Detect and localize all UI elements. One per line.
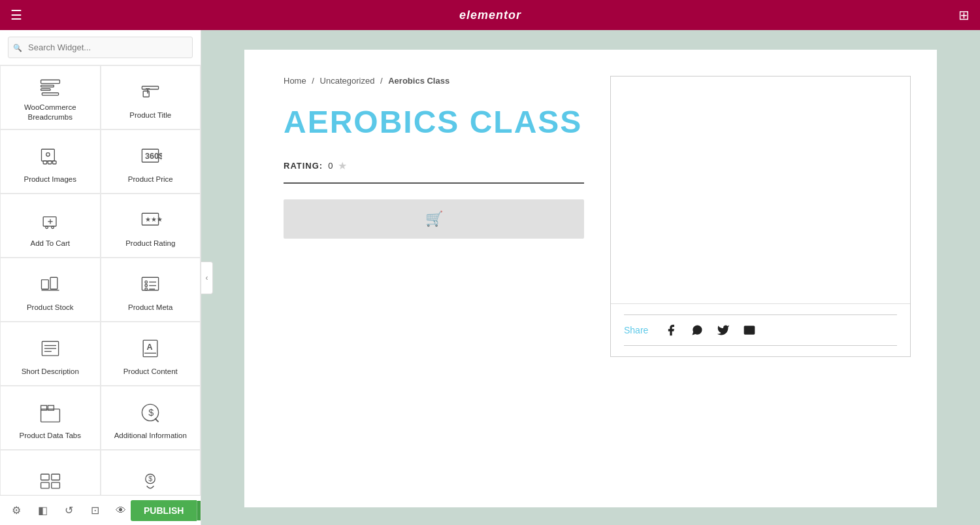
svg-text:★★★: ★★★ xyxy=(145,215,162,222)
svg-rect-2 xyxy=(41,89,50,91)
grid-icon[interactable]: ⊞ xyxy=(958,7,970,23)
breadcrumb-category: Uncategorized xyxy=(320,76,375,86)
layers-icon[interactable]: ◧ xyxy=(33,501,52,520)
widget-item-product-rating[interactable]: ★★★ Product Rating xyxy=(101,194,201,258)
svg-point-26 xyxy=(145,284,148,287)
add-to-cart-icon xyxy=(36,206,65,235)
history-icon[interactable]: ↺ xyxy=(59,501,78,520)
widget-item-14[interactable]: $ xyxy=(101,450,201,495)
settings-icon[interactable]: ⚙ xyxy=(7,501,26,520)
share-section: Share xyxy=(611,304,910,356)
page-canvas: Home / Uncategorized / Aerobics Class AE… xyxy=(244,50,937,507)
responsive-icon[interactable]: ⊡ xyxy=(85,501,105,520)
share-label: Share xyxy=(624,325,648,335)
product-title-icon: T xyxy=(136,78,165,107)
svg-text:$: $ xyxy=(149,475,153,483)
svg-rect-3 xyxy=(42,93,58,95)
svg-rect-40 xyxy=(48,405,54,410)
rating-label: RATING: xyxy=(284,161,323,171)
svg-point-11 xyxy=(46,152,49,156)
svg-rect-21 xyxy=(41,279,48,288)
widget-label-product-stock: Product Stock xyxy=(27,303,74,313)
hamburger-icon[interactable]: ☰ xyxy=(10,7,22,23)
widget-label-additional-information: Additional Information xyxy=(114,431,187,441)
svg-rect-38 xyxy=(41,409,59,422)
product-rating-icon: ★★★ xyxy=(136,206,165,235)
widget-item-product-data-tabs[interactable]: Product Data Tabs xyxy=(0,386,101,450)
widget-item-additional-information[interactable]: $ Additional Information xyxy=(101,386,201,450)
widget-label-product-content: Product Content xyxy=(123,367,178,377)
breadcrumb-current: Aerobics Class xyxy=(388,76,449,86)
breadcrumb: Home / Uncategorized / Aerobics Class xyxy=(284,76,584,86)
breadcrumb-sep-2: / xyxy=(380,76,385,86)
product-title-heading: AEROBICS CLASS xyxy=(284,105,584,140)
share-row: Share xyxy=(624,323,897,337)
widget-item-13[interactable] xyxy=(0,450,101,495)
svg-point-15 xyxy=(46,226,48,229)
rating-value: 0 xyxy=(328,161,333,171)
svg-rect-7 xyxy=(41,149,54,161)
product-stock-icon xyxy=(36,270,65,299)
additional-information-icon: $ xyxy=(136,398,165,427)
product-image-area xyxy=(611,76,910,304)
widget-item-woocommerce-breadcrumbs[interactable]: WooCommerce Breadcrumbs xyxy=(0,65,101,129)
widget-grid: WooCommerce Breadcrumbs T Product Title xyxy=(0,65,201,495)
svg-rect-9 xyxy=(48,161,51,164)
search-input[interactable] xyxy=(8,37,193,58)
share-bottom-divider xyxy=(624,345,897,346)
svg-point-25 xyxy=(145,280,148,283)
svg-point-27 xyxy=(145,288,148,290)
widget-label-product-rating: Product Rating xyxy=(125,239,175,248)
product-content-icon: A xyxy=(136,334,165,363)
breadcrumb-home: Home xyxy=(284,76,306,86)
svg-rect-22 xyxy=(50,277,57,289)
svg-text:360$: 360$ xyxy=(145,151,162,160)
svg-rect-1 xyxy=(41,85,54,87)
widget-label-product-price: Product Price xyxy=(128,175,173,184)
widget-label-add-to-cart: Add To Cart xyxy=(30,239,70,248)
product-images-icon xyxy=(36,142,65,171)
widget-item-product-content[interactable]: A Product Content xyxy=(101,322,201,386)
widget-item-product-images[interactable]: Product Images xyxy=(0,129,101,194)
facebook-share-icon[interactable] xyxy=(664,323,678,337)
elementor-logo: elementor xyxy=(459,8,521,22)
widget-item-product-meta[interactable]: Product Meta xyxy=(101,258,201,322)
widget-sidebar: WooCommerce Breadcrumbs T Product Title xyxy=(0,30,201,525)
product-price-icon: 360$ xyxy=(136,142,165,171)
share-icons-group xyxy=(664,323,757,337)
publish-button[interactable]: PUBLISH xyxy=(131,500,197,521)
svg-text:$: $ xyxy=(149,407,154,418)
bottom-bar: ⚙ ◧ ↺ ⊡ 👁 PUBLISH ▾ xyxy=(0,495,201,525)
share-top-divider xyxy=(624,314,897,315)
breadcrumb-sep-1: / xyxy=(312,76,316,86)
bottom-toolbar-icons: ⚙ ◧ ↺ ⊡ 👁 xyxy=(7,501,131,520)
whatsapp-share-icon[interactable] xyxy=(690,323,704,337)
widget-label-woocommerce-breadcrumbs: WooCommerce Breadcrumbs xyxy=(6,103,95,122)
svg-text:A: A xyxy=(147,342,153,351)
product-image-box: Share xyxy=(610,76,911,357)
breadcrumbs-icon xyxy=(36,75,65,99)
widget-item-product-price[interactable]: 360$ Product Price xyxy=(101,129,201,194)
top-bar: ☰ elementor ⊞ xyxy=(0,0,980,30)
svg-rect-45 xyxy=(52,474,60,480)
widget-label-product-data-tabs: Product Data Tabs xyxy=(20,431,81,441)
widget-item-add-to-cart[interactable]: Add To Cart xyxy=(0,194,101,258)
rating-row: RATING: 0 ★ xyxy=(284,160,584,184)
product-meta-icon xyxy=(136,270,165,299)
widget-label-short-description: Short Description xyxy=(22,367,79,377)
widget-item-product-stock[interactable]: Product Stock xyxy=(0,258,101,322)
product-right-column: Share xyxy=(610,76,911,481)
widget-item-product-title[interactable]: T Product Title xyxy=(101,65,201,129)
twitter-share-icon[interactable] xyxy=(716,323,730,337)
widget-label-product-images: Product Images xyxy=(24,175,76,184)
rating-star-icon: ★ xyxy=(338,160,347,172)
email-share-icon[interactable] xyxy=(742,323,757,337)
preview-icon[interactable]: 👁 xyxy=(111,501,131,520)
svg-rect-10 xyxy=(52,161,56,164)
svg-rect-4 xyxy=(142,86,159,90)
collapse-sidebar-toggle[interactable]: ‹ xyxy=(201,262,213,294)
widget-item-short-description[interactable]: Short Description xyxy=(0,322,101,386)
svg-rect-43 xyxy=(41,474,49,480)
svg-point-16 xyxy=(52,226,54,229)
svg-rect-24 xyxy=(142,277,159,290)
